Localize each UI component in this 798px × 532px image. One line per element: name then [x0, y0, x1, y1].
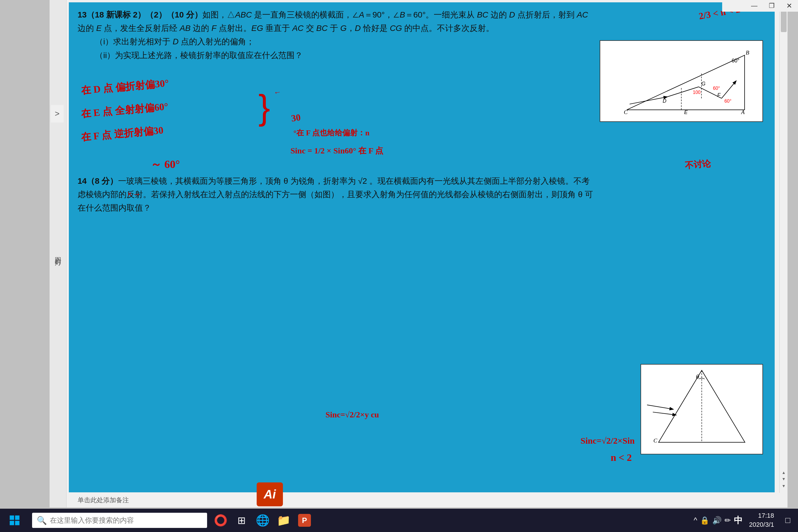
scroll-down-button[interactable]: ▼: [781, 483, 786, 489]
diagram-1: C A B 60° D E G F 60° 100: [600, 40, 763, 122]
svg-text:60°: 60°: [732, 58, 740, 63]
problem13-text: 13（18 新课标 2）（2）（10 分）如图，△ABC 是一直角三棱镜的横截面…: [78, 8, 594, 62]
pen-icon[interactable]: ✏: [724, 516, 731, 525]
minimize-button[interactable]: —: [745, 1, 763, 11]
lang-indicator[interactable]: 中: [734, 514, 743, 527]
svg-text:C: C: [653, 437, 658, 444]
search-input[interactable]: [50, 516, 203, 525]
curly-brace: }: [259, 87, 270, 127]
powerpoint-icon: P: [298, 514, 311, 527]
taskbar-icon-cortana[interactable]: ⭕: [210, 510, 231, 531]
svg-text:B: B: [746, 49, 749, 56]
circle-icon: ⭕: [214, 514, 228, 527]
volume-icon[interactable]: 🔊: [712, 516, 722, 525]
problem13-title: 13（18 新课标 2）（2）（10 分）: [78, 10, 203, 19]
annotation-arrow-down: ↓: [273, 90, 282, 95]
annotation-e-point: 在 E 点 全射射偏60°: [80, 100, 169, 121]
svg-text:D: D: [663, 98, 666, 104]
svg-text:A: A: [741, 109, 745, 115]
taskbar: 🔍 ⭕ ⊞ 🌐 📁 P ^ 🔒 🔊 ✏ 中 17:18 2020/3/1 □: [0, 509, 798, 532]
system-tray: ^ 🔒 🔊 ✏ 中: [694, 514, 743, 527]
svg-line-23: [653, 412, 676, 415]
taskbar-icon-explorer[interactable]: 📁: [273, 510, 294, 531]
annotation-sin-formula: Sinc=√2/2×Sin: [581, 436, 635, 446]
clock: 17:18 2020/3/1: [744, 511, 779, 529]
notification-icon: □: [785, 516, 791, 525]
annotation-sinc2: Sinc=√2/2×y cu: [325, 410, 379, 419]
svg-text:C: C: [624, 109, 628, 115]
svg-line-10: [722, 81, 736, 98]
taskbar-right: ^ 🔒 🔊 ✏ 中 17:18 2020/3/1 □: [694, 509, 798, 532]
problem14-text: 14（8 分）一玻璃三棱镜，其横截面为等腰三角形，顶角 θ 为锐角，折射率为 √…: [78, 174, 594, 215]
annotation-sinc: Sinc = 1/2 × Sin60° 在 F 点: [290, 145, 383, 156]
nav-arrow-icon: >: [55, 109, 59, 118]
slide-content: 13（18 新课标 2）（2）（10 分）如图，△ABC 是一直角三棱镜的横截面…: [69, 2, 775, 492]
taskbar-icon-powerpoint[interactable]: P: [294, 510, 315, 531]
network-icon[interactable]: 🔒: [700, 516, 709, 525]
start-button[interactable]: [0, 510, 29, 531]
svg-rect-26: [10, 515, 14, 520]
svg-text:θ: θ: [696, 373, 699, 380]
svg-text:F: F: [717, 92, 721, 98]
restore-button[interactable]: ❐: [763, 1, 780, 11]
add-note-label[interactable]: 单击此处添加备注: [78, 496, 129, 505]
left-panel-label: 图幻灯: [54, 252, 62, 255]
ai-logo: Ai: [256, 482, 283, 506]
svg-text:100: 100: [693, 90, 701, 95]
svg-text:60°: 60°: [724, 99, 732, 103]
diagram-2: θ C: [641, 364, 763, 454]
folder-icon: 📁: [277, 514, 290, 527]
taskbar-search[interactable]: 🔍: [32, 513, 207, 528]
clock-date: 2020/3/1: [749, 520, 774, 529]
main-slide-area: 13（18 新课标 2）（2）（10 分）如图，△ABC 是一直角三棱镜的横截面…: [66, 0, 787, 508]
taskbar-icon-edge[interactable]: 🌐: [252, 510, 273, 531]
taskview-icon: ⊞: [238, 514, 246, 526]
close-button[interactable]: ✕: [780, 1, 798, 11]
svg-text:G: G: [701, 81, 705, 87]
annotation-60deg: ～ 60°: [151, 157, 180, 172]
edge-icon: 🌐: [256, 514, 269, 527]
annotation-f-formula: °在 F 点也给给偏射：n: [293, 128, 369, 138]
svg-line-22: [647, 405, 673, 409]
svg-rect-29: [15, 521, 20, 525]
scrollbar[interactable]: ▲ ▲ ▼ ▼: [779, 0, 787, 493]
notification-button[interactable]: □: [780, 510, 795, 531]
svg-line-7: [630, 97, 667, 104]
annotation-30: 30: [290, 112, 301, 124]
annotation-d-point: 在 D 点 偏折射偏30°: [80, 76, 169, 97]
scroll-arrows-up[interactable]: ▲: [781, 470, 786, 475]
annotation-f-point: 在 F 点 逆折射偏30: [80, 124, 164, 144]
slide-nav-arrow[interactable]: >: [51, 105, 63, 122]
scrollbar-thumb[interactable]: [781, 9, 786, 32]
diagram2-svg: θ C: [641, 365, 762, 454]
annotation-not-discussed: 不讨论: [684, 157, 711, 172]
scroll-arrows-down[interactable]: ▼: [781, 476, 786, 482]
taskbar-icon-taskview[interactable]: ⊞: [231, 510, 252, 531]
diagram1-svg: C A B 60° D E G F 60° 100: [600, 41, 762, 121]
svg-rect-28: [10, 521, 14, 525]
annotation-n-less2: n < 2: [611, 452, 632, 463]
svg-text:E: E: [684, 109, 688, 115]
svg-text:60°: 60°: [713, 86, 720, 91]
search-icon: 🔍: [37, 516, 47, 525]
clock-time: 17:18: [749, 511, 774, 520]
problem14-title: 14（8 分）: [78, 176, 118, 186]
svg-rect-27: [15, 515, 20, 520]
chevron-up-icon[interactable]: ^: [694, 516, 697, 525]
